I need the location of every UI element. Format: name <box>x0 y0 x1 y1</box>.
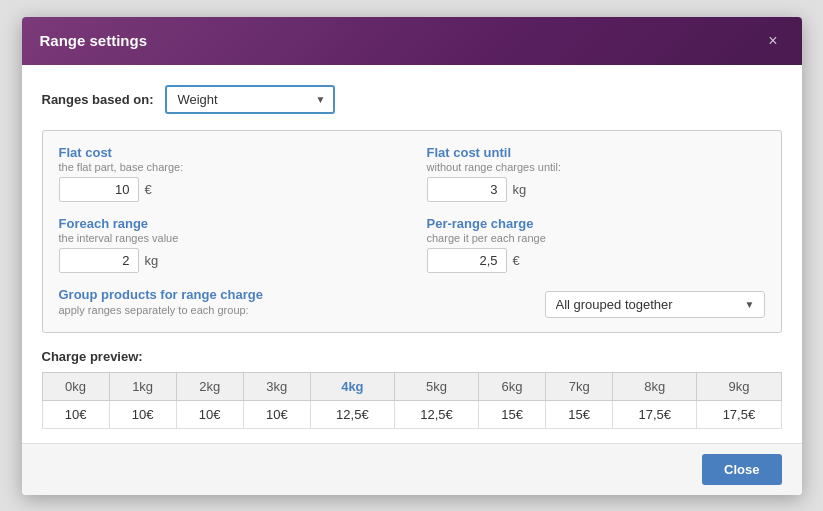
preview-val-1: 10€ <box>109 400 176 428</box>
foreach-range-group: Foreach range the interval ranges value … <box>59 216 397 273</box>
charge-preview-section: Charge preview: 0kg 1kg 2kg 3kg 4kg 5kg … <box>42 349 782 429</box>
per-range-charge-unit: € <box>513 253 520 268</box>
flat-cost-until-label: Flat cost until <box>427 145 765 160</box>
foreach-range-input[interactable] <box>59 248 139 273</box>
foreach-range-label: Foreach range <box>59 216 397 231</box>
preview-val-2: 10€ <box>176 400 243 428</box>
preview-header-0kg: 0kg <box>42 372 109 400</box>
flat-cost-sublabel: the flat part, base charge: <box>59 161 397 173</box>
preview-header-row: 0kg 1kg 2kg 3kg 4kg 5kg 6kg 7kg 8kg 9kg <box>42 372 781 400</box>
group-products-sublabel: apply ranges separately to each group: <box>59 304 249 316</box>
flat-cost-group: Flat cost the flat part, base charge: € <box>59 145 397 202</box>
preview-header-8kg: 8kg <box>613 372 697 400</box>
range-settings-dialog: Range settings × Ranges based on: Weight… <box>22 17 802 495</box>
per-range-charge-input[interactable] <box>427 248 507 273</box>
preview-val-4: 12,5€ <box>310 400 394 428</box>
preview-header-2kg: 2kg <box>176 372 243 400</box>
preview-header-6kg: 6kg <box>479 372 546 400</box>
per-range-charge-field-row: € <box>427 248 765 273</box>
dialog-close-button[interactable]: × <box>762 31 783 51</box>
dialog-body: Ranges based on: Weight Price Quantity F… <box>22 65 802 443</box>
dialog-header: Range settings × <box>22 17 802 65</box>
preview-values-row: 10€ 10€ 10€ 10€ 12,5€ 12,5€ 15€ 15€ 17,5… <box>42 400 781 428</box>
close-button[interactable]: Close <box>702 454 781 485</box>
settings-panel: Flat cost the flat part, base charge: € … <box>42 130 782 333</box>
flat-cost-until-input[interactable] <box>427 177 507 202</box>
flat-cost-until-unit: kg <box>513 182 527 197</box>
flat-cost-until-field-row: kg <box>427 177 765 202</box>
preview-val-0: 10€ <box>42 400 109 428</box>
preview-val-7: 15€ <box>546 400 613 428</box>
charge-preview-label: Charge preview: <box>42 349 782 364</box>
flat-cost-label: Flat cost <box>59 145 397 160</box>
preview-val-5: 12,5€ <box>394 400 478 428</box>
ranges-based-select[interactable]: Weight Price Quantity <box>165 85 335 114</box>
flat-cost-until-group: Flat cost until without range charges un… <box>427 145 765 202</box>
per-range-charge-sublabel: charge it per each range <box>427 232 765 244</box>
settings-grid: Flat cost the flat part, base charge: € … <box>59 145 765 318</box>
flat-cost-until-sublabel: without range charges until: <box>427 161 765 173</box>
preview-header-7kg: 7kg <box>546 372 613 400</box>
group-products-label: Group products for range charge <box>59 287 263 302</box>
group-products-select[interactable]: All grouped together By product By categ… <box>545 291 765 318</box>
flat-cost-field-row: € <box>59 177 397 202</box>
group-products-group: Group products for range charge apply ra… <box>59 287 765 318</box>
ranges-based-label: Ranges based on: <box>42 92 154 107</box>
preview-val-3: 10€ <box>243 400 310 428</box>
group-products-text: Group products for range charge apply ra… <box>59 287 263 317</box>
per-range-charge-group: Per-range charge charge it per each rang… <box>427 216 765 273</box>
preview-header-3kg: 3kg <box>243 372 310 400</box>
foreach-range-field-row: kg <box>59 248 397 273</box>
preview-val-6: 15€ <box>479 400 546 428</box>
flat-cost-input[interactable] <box>59 177 139 202</box>
preview-header-1kg: 1kg <box>109 372 176 400</box>
preview-header-9kg: 9kg <box>697 372 781 400</box>
charge-preview-table: 0kg 1kg 2kg 3kg 4kg 5kg 6kg 7kg 8kg 9kg <box>42 372 782 429</box>
ranges-based-select-wrapper: Weight Price Quantity <box>165 85 335 114</box>
preview-header-5kg: 5kg <box>394 372 478 400</box>
group-products-select-wrapper: All grouped together By product By categ… <box>545 291 765 318</box>
dialog-title: Range settings <box>40 32 148 49</box>
preview-val-9: 17,5€ <box>697 400 781 428</box>
per-range-charge-label: Per-range charge <box>427 216 765 231</box>
foreach-range-sublabel: the interval ranges value <box>59 232 397 244</box>
ranges-based-row: Ranges based on: Weight Price Quantity <box>42 85 782 114</box>
foreach-range-unit: kg <box>145 253 159 268</box>
preview-header-4kg: 4kg <box>310 372 394 400</box>
preview-val-8: 17,5€ <box>613 400 697 428</box>
flat-cost-unit: € <box>145 182 152 197</box>
dialog-footer: Close <box>22 443 802 495</box>
